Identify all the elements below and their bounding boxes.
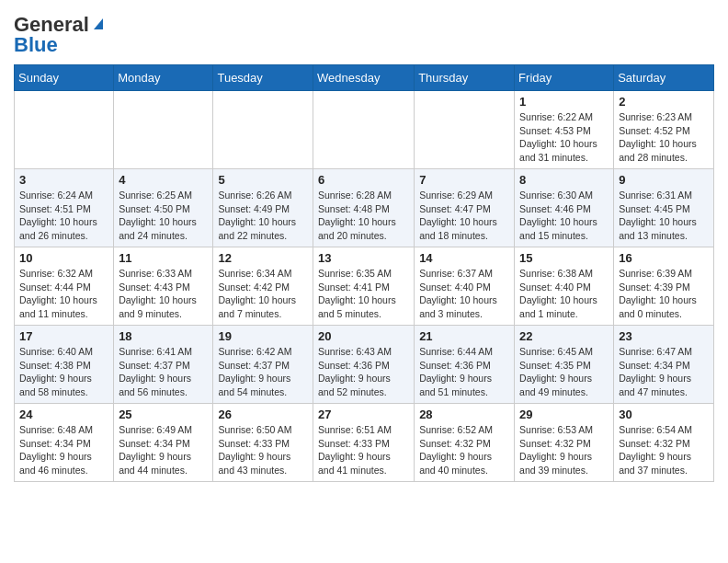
day-number: 11 [119,251,208,265]
day-cell: 28Sunrise: 6:52 AM Sunset: 4:32 PM Dayli… [415,404,515,482]
day-number: 28 [419,408,509,421]
day-cell [15,91,114,169]
day-info: Sunrise: 6:35 AM Sunset: 4:41 PM Dayligh… [318,267,409,321]
day-cell: 15Sunrise: 6:38 AM Sunset: 4:40 PM Dayli… [515,247,614,326]
day-cell: 5Sunrise: 6:26 AM Sunset: 4:49 PM Daylig… [213,169,313,247]
week-row: 3Sunrise: 6:24 AM Sunset: 4:51 PM Daylig… [15,169,714,247]
day-number: 6 [318,173,409,187]
day-info: Sunrise: 6:29 AM Sunset: 4:47 PM Dayligh… [419,189,509,243]
header: General Blue [14,9,714,57]
logo-triangle-icon [90,15,107,31]
day-cell: 12Sunrise: 6:34 AM Sunset: 4:42 PM Dayli… [213,247,313,326]
header-day: Saturday [614,65,714,91]
day-number: 8 [519,173,609,187]
day-info: Sunrise: 6:43 AM Sunset: 4:36 PM Dayligh… [318,345,409,399]
day-number: 13 [318,251,409,265]
day-info: Sunrise: 6:23 AM Sunset: 4:52 PM Dayligh… [619,110,709,165]
day-info: Sunrise: 6:54 AM Sunset: 4:32 PM Dayligh… [619,423,709,477]
day-cell: 30Sunrise: 6:54 AM Sunset: 4:32 PM Dayli… [614,404,714,482]
day-number: 12 [218,251,308,265]
day-number: 27 [318,408,409,421]
day-number: 16 [619,251,709,265]
day-cell: 27Sunrise: 6:51 AM Sunset: 4:33 PM Dayli… [313,404,415,482]
day-info: Sunrise: 6:53 AM Sunset: 4:32 PM Dayligh… [519,423,609,477]
day-cell: 19Sunrise: 6:42 AM Sunset: 4:37 PM Dayli… [213,326,313,404]
calendar-table: SundayMondayTuesdayWednesdayThursdayFrid… [14,64,714,482]
day-info: Sunrise: 6:44 AM Sunset: 4:36 PM Dayligh… [419,345,509,399]
day-number: 14 [419,251,509,265]
day-cell: 11Sunrise: 6:33 AM Sunset: 4:43 PM Dayli… [114,247,213,326]
day-number: 24 [19,408,108,421]
week-row: 1Sunrise: 6:22 AM Sunset: 4:53 PM Daylig… [15,91,714,169]
day-cell: 3Sunrise: 6:24 AM Sunset: 4:51 PM Daylig… [15,169,114,247]
day-info: Sunrise: 6:37 AM Sunset: 4:40 PM Dayligh… [419,267,509,321]
day-cell: 7Sunrise: 6:29 AM Sunset: 4:47 PM Daylig… [415,169,515,247]
day-cell: 23Sunrise: 6:47 AM Sunset: 4:34 PM Dayli… [614,326,714,404]
day-cell [213,91,313,169]
day-number: 19 [218,329,308,343]
day-number: 15 [519,251,609,265]
day-info: Sunrise: 6:32 AM Sunset: 4:44 PM Dayligh… [19,267,108,321]
day-info: Sunrise: 6:40 AM Sunset: 4:38 PM Dayligh… [19,345,108,399]
day-number: 5 [218,173,308,187]
day-number: 26 [218,408,308,421]
day-info: Sunrise: 6:38 AM Sunset: 4:40 PM Dayligh… [519,267,609,321]
day-number: 4 [119,173,208,187]
day-info: Sunrise: 6:45 AM Sunset: 4:35 PM Dayligh… [519,345,609,399]
day-info: Sunrise: 6:48 AM Sunset: 4:34 PM Dayligh… [19,423,108,477]
day-info: Sunrise: 6:33 AM Sunset: 4:43 PM Dayligh… [119,267,208,321]
day-cell: 10Sunrise: 6:32 AM Sunset: 4:44 PM Dayli… [15,247,114,326]
day-number: 3 [19,173,108,187]
day-number: 25 [119,408,208,421]
day-cell: 16Sunrise: 6:39 AM Sunset: 4:39 PM Dayli… [614,247,714,326]
day-number: 9 [619,173,709,187]
week-row: 24Sunrise: 6:48 AM Sunset: 4:34 PM Dayli… [15,404,714,482]
day-info: Sunrise: 6:47 AM Sunset: 4:34 PM Dayligh… [619,345,709,399]
day-cell: 18Sunrise: 6:41 AM Sunset: 4:37 PM Dayli… [114,326,213,404]
day-cell: 14Sunrise: 6:37 AM Sunset: 4:40 PM Dayli… [415,247,515,326]
day-info: Sunrise: 6:50 AM Sunset: 4:33 PM Dayligh… [218,423,308,477]
day-cell [313,91,415,169]
page: General Blue SundayMondayTuesdayWednesda… [0,0,728,496]
week-row: 17Sunrise: 6:40 AM Sunset: 4:38 PM Dayli… [15,326,714,404]
day-number: 10 [19,251,108,265]
day-info: Sunrise: 6:24 AM Sunset: 4:51 PM Dayligh… [19,189,108,243]
day-cell: 25Sunrise: 6:49 AM Sunset: 4:34 PM Dayli… [114,404,213,482]
logo: General Blue [14,9,107,57]
day-number: 22 [519,329,609,343]
header-row: SundayMondayTuesdayWednesdayThursdayFrid… [15,65,714,91]
day-number: 23 [619,329,709,343]
day-cell: 1Sunrise: 6:22 AM Sunset: 4:53 PM Daylig… [515,91,614,169]
day-number: 2 [619,95,709,109]
day-cell: 9Sunrise: 6:31 AM Sunset: 4:45 PM Daylig… [614,169,714,247]
day-info: Sunrise: 6:42 AM Sunset: 4:37 PM Dayligh… [218,345,308,399]
day-number: 18 [119,329,208,343]
day-number: 30 [619,408,709,421]
day-info: Sunrise: 6:41 AM Sunset: 4:37 PM Dayligh… [119,345,208,399]
day-info: Sunrise: 6:51 AM Sunset: 4:33 PM Dayligh… [318,423,409,477]
day-cell [415,91,515,169]
day-number: 1 [519,95,609,109]
header-day: Sunday [15,65,114,91]
day-cell: 13Sunrise: 6:35 AM Sunset: 4:41 PM Dayli… [313,247,415,326]
day-info: Sunrise: 6:26 AM Sunset: 4:49 PM Dayligh… [218,189,308,243]
day-info: Sunrise: 6:49 AM Sunset: 4:34 PM Dayligh… [119,423,208,477]
day-cell: 26Sunrise: 6:50 AM Sunset: 4:33 PM Dayli… [213,404,313,482]
day-info: Sunrise: 6:25 AM Sunset: 4:50 PM Dayligh… [119,189,208,243]
day-cell: 29Sunrise: 6:53 AM Sunset: 4:32 PM Dayli… [515,404,614,482]
day-cell: 6Sunrise: 6:28 AM Sunset: 4:48 PM Daylig… [313,169,415,247]
day-number: 20 [318,329,409,343]
header-day: Monday [114,65,213,91]
day-info: Sunrise: 6:22 AM Sunset: 4:53 PM Dayligh… [519,110,609,165]
day-cell: 8Sunrise: 6:30 AM Sunset: 4:46 PM Daylig… [515,169,614,247]
day-info: Sunrise: 6:31 AM Sunset: 4:45 PM Dayligh… [619,189,709,243]
day-cell: 21Sunrise: 6:44 AM Sunset: 4:36 PM Dayli… [415,326,515,404]
day-cell: 22Sunrise: 6:45 AM Sunset: 4:35 PM Dayli… [515,326,614,404]
day-cell: 24Sunrise: 6:48 AM Sunset: 4:34 PM Dayli… [15,404,114,482]
day-cell: 2Sunrise: 6:23 AM Sunset: 4:52 PM Daylig… [614,91,714,169]
logo-blue-text: Blue [14,33,58,57]
svg-marker-0 [94,18,103,29]
day-info: Sunrise: 6:30 AM Sunset: 4:46 PM Dayligh… [519,189,609,243]
header-day: Wednesday [313,65,415,91]
week-row: 10Sunrise: 6:32 AM Sunset: 4:44 PM Dayli… [15,247,714,326]
